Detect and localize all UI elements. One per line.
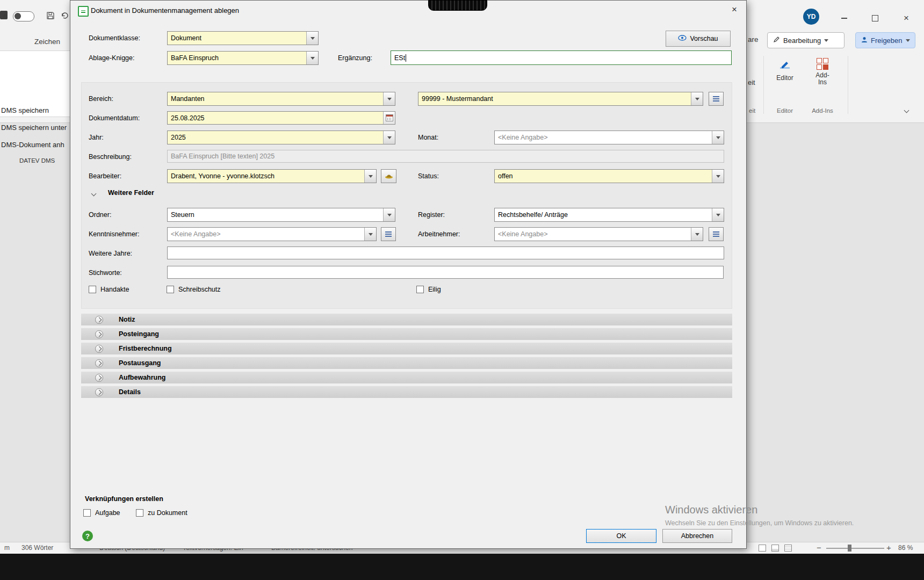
- autosave-toggle[interactable]: [13, 11, 34, 21]
- mandant-lookup-button[interactable]: [709, 92, 724, 106]
- jahr-select[interactable]: 2025: [167, 130, 395, 144]
- freigeben-label: Freigeben: [871, 37, 903, 45]
- chevron-down-icon[interactable]: [364, 228, 376, 241]
- read-mode-icon[interactable]: [759, 545, 766, 552]
- dialog-close-button[interactable]: ×: [726, 3, 743, 17]
- minimize-button[interactable]: [833, 12, 855, 25]
- register-select[interactable]: Rechtsbehelfe/ Anträge: [494, 208, 724, 222]
- help-button[interactable]: ?: [82, 531, 93, 541]
- zoom-out-button[interactable]: −: [817, 543, 821, 552]
- mandant-value: 99999 - Mustermandant: [418, 92, 691, 105]
- chevron-down-icon[interactable]: [712, 170, 724, 183]
- undo-icon[interactable]: [60, 12, 69, 21]
- chevron-down-icon[interactable]: [712, 208, 724, 221]
- ordner-select[interactable]: Steuern: [167, 208, 395, 222]
- section-posteingang[interactable]: Posteingang: [81, 328, 732, 340]
- section-postausgang[interactable]: Postausgang: [81, 357, 732, 369]
- ergaenzung-label: Ergänzung:: [338, 54, 372, 62]
- chevron-down-icon[interactable]: [691, 92, 703, 105]
- window-close-button[interactable]: ×: [895, 12, 918, 25]
- kommentare-button-cut[interactable]: are: [748, 35, 759, 44]
- dokumentklasse-select[interactable]: Dokument: [167, 31, 319, 45]
- bereich-value: Mandanten: [168, 92, 383, 105]
- monat-select[interactable]: <Keine Angabe>: [494, 130, 724, 144]
- beschreibung-label: Beschreibung:: [89, 153, 132, 161]
- ok-button[interactable]: OK: [586, 529, 656, 543]
- save-icon[interactable]: [46, 11, 55, 21]
- register-label: Register:: [418, 211, 445, 219]
- arbeitnehmer-label: Arbeitnehmer:: [418, 230, 460, 238]
- arbeitnehmer-select[interactable]: <Keine Angabe>: [494, 227, 703, 241]
- chevron-down-icon[interactable]: [712, 131, 724, 144]
- handakte-checkbox[interactable]: [89, 286, 96, 293]
- dms-document-icon: [78, 6, 89, 17]
- chevron-down-icon[interactable]: [306, 32, 318, 45]
- menu-item-dms-speichern-unter[interactable]: DMS speichern unter: [1, 124, 67, 132]
- dialog-title: Dokument in Dokumentenmanagement ablegen: [91, 6, 239, 15]
- aufgabe-label: Aufgabe: [95, 509, 120, 517]
- word-count[interactable]: 306 Wörter: [21, 544, 53, 552]
- dokumentdatum-field[interactable]: 25.08.2025: [167, 111, 395, 125]
- kenntnisnehmer-select[interactable]: <Keine Angabe>: [167, 227, 377, 241]
- menu-item-dms-dokument-anh[interactable]: DMS-Dokument anh: [1, 141, 64, 149]
- beschreibung-field: BaFA Einspruch [Bitte texten] 2025: [167, 150, 724, 163]
- aufgabe-checkbox[interactable]: [83, 509, 91, 517]
- chevron-down-icon[interactable]: [383, 131, 395, 144]
- section-label: Fristberechnung: [119, 345, 172, 352]
- ablage-knigge-select[interactable]: BaFA Einspruch: [167, 51, 319, 65]
- cancel-button[interactable]: Abbrechen: [662, 529, 732, 543]
- weitere-jahre-input[interactable]: [167, 247, 724, 259]
- help-question-icon: ?: [85, 532, 90, 540]
- status-select[interactable]: offen: [494, 169, 724, 183]
- web-layout-icon[interactable]: [784, 545, 792, 552]
- verknuepfungen-title: Verknüpfungen erstellen: [85, 495, 163, 503]
- bereich-select[interactable]: Mandanten: [167, 92, 395, 106]
- account-avatar[interactable]: YD: [803, 9, 819, 25]
- bearbeiter-hat-button[interactable]: [381, 169, 396, 183]
- bearbeitung-dropdown[interactable]: Bearbeitung: [767, 32, 844, 48]
- mandant-select[interactable]: 99999 - Mustermandant: [418, 92, 703, 106]
- section-details[interactable]: Details: [81, 386, 732, 398]
- datev-menu-panel: DMS speichern DMS speichern unter DMS-Do…: [0, 50, 71, 117]
- editor-button[interactable]: Editor: [768, 58, 802, 96]
- bearbeiter-select[interactable]: Drabent, Yvonne - yvonne.klotzsch: [167, 169, 377, 183]
- section-aufbewahrung[interactable]: Aufbewahrung: [81, 372, 732, 383]
- zoom-slider-track[interactable]: [826, 548, 884, 549]
- ribbon-tab-zeichnen-cut[interactable]: Zeichen: [34, 38, 60, 46]
- status-label: Status:: [418, 172, 439, 180]
- vorschau-button[interactable]: Vorschau: [666, 31, 731, 47]
- freigeben-button[interactable]: Freigeben: [855, 32, 915, 48]
- share-person-icon: [861, 37, 868, 45]
- arbeitnehmer-lookup-button[interactable]: [709, 227, 724, 241]
- zu-dokument-checkbox[interactable]: [136, 509, 143, 517]
- section-fristberechnung[interactable]: Fristberechnung: [81, 343, 732, 354]
- calendar-picker-button[interactable]: [383, 112, 395, 124]
- menu-item-dms-speichern[interactable]: DMS speichern: [1, 106, 49, 114]
- kenntnisnehmer-lookup-button[interactable]: [381, 227, 396, 241]
- ergaenzung-input[interactable]: ESt: [391, 50, 732, 65]
- zoom-percentage[interactable]: 86 %: [898, 544, 913, 552]
- eilig-checkbox[interactable]: [416, 286, 424, 293]
- dms-ablage-dialog: Dokument in Dokumentenmanagement ablegen…: [70, 0, 747, 549]
- addins-grid-icon: [817, 58, 828, 70]
- schreibschutz-checkbox[interactable]: [167, 286, 174, 293]
- stichworte-label: Stichworte:: [89, 269, 122, 277]
- barrierefreiheit-button-cut[interactable]: eit: [748, 78, 755, 86]
- print-layout-icon[interactable]: [771, 545, 779, 552]
- chevron-down-icon[interactable]: [383, 208, 395, 221]
- stichworte-input[interactable]: [167, 266, 724, 279]
- weitere-felder-collapse[interactable]: [92, 190, 96, 197]
- chevron-down-icon[interactable]: [691, 228, 703, 241]
- chevron-down-icon[interactable]: [383, 92, 395, 105]
- maximize-button[interactable]: [864, 12, 886, 25]
- zoom-slider-thumb[interactable]: [848, 545, 851, 552]
- eilig-label: Eilig: [428, 286, 441, 293]
- chevron-down-icon[interactable]: [306, 52, 318, 64]
- section-notiz[interactable]: Notiz: [81, 314, 732, 325]
- register-value: Rechtsbehelfe/ Anträge: [495, 208, 712, 221]
- ribbon-collapse-chevron[interactable]: [905, 106, 908, 114]
- zoom-in-button[interactable]: +: [886, 543, 891, 552]
- chevron-down-icon[interactable]: [364, 170, 376, 183]
- weitere-felder-label[interactable]: Weitere Felder: [108, 189, 154, 197]
- addins-button[interactable]: Add-Ins: [807, 58, 838, 96]
